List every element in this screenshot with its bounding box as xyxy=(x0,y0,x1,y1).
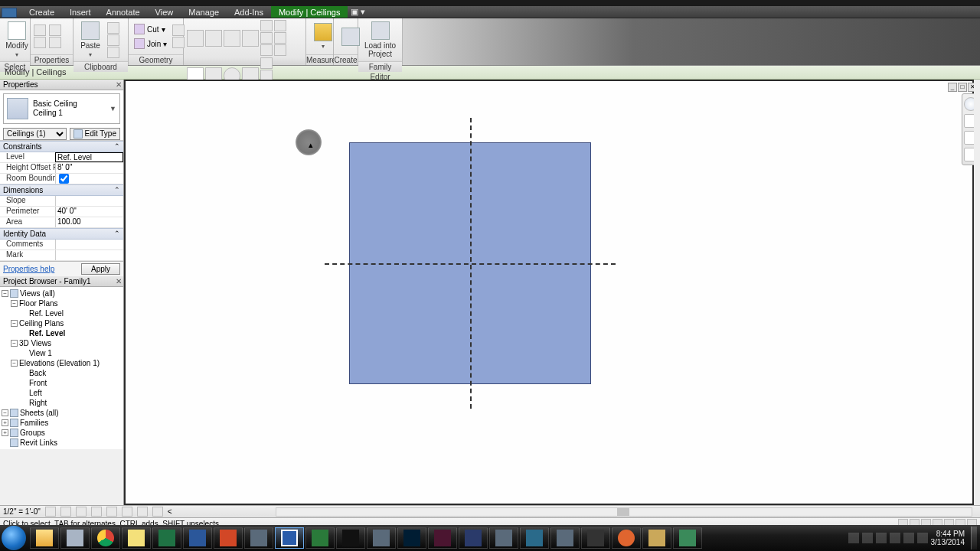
cut-clipboard-button[interactable] xyxy=(107,22,119,34)
tree-node-fp-ref[interactable]: Ref. Level xyxy=(2,308,123,318)
visual-style-button[interactable] xyxy=(60,507,71,517)
ribbon-tab-annotate[interactable]: Annotate xyxy=(99,6,148,18)
taskbar-app-7[interactable] xyxy=(489,527,518,549)
tree-toggle-icon[interactable]: − xyxy=(2,409,8,416)
project-browser-close-icon[interactable]: ✕ xyxy=(116,276,122,286)
prop-group-constraints[interactable]: Constraints⌃ xyxy=(0,141,123,152)
scale-selector[interactable]: 1/2" = 1'-0" xyxy=(3,507,41,516)
collapse-icon[interactable]: ⌃ xyxy=(114,142,120,150)
prop-row-area[interactable]: Area100.00 xyxy=(0,217,123,228)
app-menu-button[interactable] xyxy=(2,8,17,18)
hide-isolate-button[interactable] xyxy=(137,507,148,517)
drawing-area[interactable]: ▴ _ □ ✕ xyxy=(124,80,980,505)
tray-icon[interactable] xyxy=(862,533,873,543)
mod-sm-6[interactable] xyxy=(274,44,286,56)
tray-icon[interactable] xyxy=(903,533,914,543)
geometry-cut-button[interactable]: Cut ▾ xyxy=(132,23,169,35)
taskbar-app-2[interactable] xyxy=(244,527,273,549)
ribbon-tab-create[interactable]: Create xyxy=(21,6,62,18)
taskbar-app-5[interactable] xyxy=(367,527,396,549)
prop-group-dimensions[interactable]: Dimensions⌃ xyxy=(0,184,123,196)
geom-extra-1[interactable] xyxy=(172,24,185,36)
load-into-project-button[interactable]: Load into Project xyxy=(361,20,399,60)
taskbar-excel[interactable] xyxy=(152,527,181,549)
prop-row-perimeter[interactable]: Perimeter40' 0" xyxy=(0,207,123,217)
reference-plane-vertical[interactable] xyxy=(470,118,472,409)
tree-node-front[interactable]: Front xyxy=(2,378,123,388)
type-selector[interactable]: Basic Ceiling Ceiling 1 ▼ xyxy=(3,93,120,124)
taskbar-app-6[interactable] xyxy=(459,527,488,549)
tree-node-families[interactable]: +Families xyxy=(2,418,123,428)
ribbon-tab-view[interactable]: View xyxy=(148,6,181,18)
detail-level-button[interactable] xyxy=(45,507,56,517)
prop-row-slope[interactable]: Slope xyxy=(0,196,123,207)
view-min-button[interactable]: _ xyxy=(948,83,957,92)
properties-help-link[interactable]: Properties help xyxy=(3,265,54,273)
tray-icon[interactable] xyxy=(848,533,859,543)
mod-sm-5[interactable] xyxy=(274,32,286,44)
tree-node-links[interactable]: Revit Links xyxy=(2,438,123,448)
prop-value[interactable]: 40' 0" xyxy=(55,207,123,217)
tray-icon[interactable] xyxy=(876,533,887,543)
tree-node-3d-views[interactable]: −3D Views xyxy=(2,338,123,348)
prop-row-room-bounding[interactable]: Room Bounding xyxy=(0,174,123,184)
mod-sm-2[interactable] xyxy=(260,32,273,44)
prop-row-height-offset[interactable]: Height Offset F...8' 0" xyxy=(0,163,123,174)
taskbar-app-4[interactable] xyxy=(336,527,365,549)
tree-node-elevations[interactable]: −Elevations (Elevation 1) xyxy=(2,358,123,368)
tree-toggle-icon[interactable]: − xyxy=(11,320,18,327)
properties-palette-header[interactable]: Properties✕ xyxy=(0,80,123,90)
properties-button-1[interactable] xyxy=(34,24,46,36)
taskbar-app-11[interactable] xyxy=(612,527,641,549)
ribbon-tab-extra[interactable]: ▣ ▾ xyxy=(348,5,368,18)
prop-row-mark[interactable]: Mark xyxy=(0,250,123,261)
properties-button-3[interactable] xyxy=(34,37,46,48)
tree-node-ceiling-plans[interactable]: −Ceiling Plans xyxy=(2,318,123,328)
taskbar-app-13[interactable] xyxy=(673,527,702,549)
offset-button[interactable] xyxy=(205,30,222,47)
tree-toggle-icon[interactable]: − xyxy=(11,360,18,367)
matchtype-button[interactable] xyxy=(107,47,119,58)
sun-path-button[interactable] xyxy=(76,507,87,517)
prop-row-comments[interactable]: Comments xyxy=(0,240,123,250)
prop-value[interactable]: 8' 0" xyxy=(55,163,123,173)
room-bounding-checkbox[interactable] xyxy=(59,174,69,184)
tree-node-cp-ref[interactable]: Ref. Level xyxy=(2,328,123,338)
start-button[interactable] xyxy=(2,526,26,550)
shadows-button[interactable] xyxy=(91,507,102,517)
prop-value[interactable]: 100.00 xyxy=(55,217,123,227)
taskbar-app-1[interactable] xyxy=(60,527,90,549)
ribbon-tab-addins[interactable]: Add-Ins xyxy=(227,6,271,18)
taskbar-indesign[interactable] xyxy=(428,527,457,549)
properties-filter-dropdown[interactable]: Ceilings (1) xyxy=(3,128,67,140)
taskbar-chrome[interactable] xyxy=(91,527,120,549)
ribbon-tab-modify-ceilings[interactable]: Modify | Ceilings xyxy=(271,6,348,18)
project-browser-header[interactable]: Project Browser - Family1✕ xyxy=(0,276,123,287)
properties-button-4[interactable] xyxy=(49,37,61,48)
show-desktop-button[interactable] xyxy=(971,527,977,549)
prop-value[interactable] xyxy=(55,174,123,184)
tree-toggle-icon[interactable]: + xyxy=(2,419,8,426)
taskbar-word[interactable] xyxy=(183,527,212,549)
view-max-button[interactable]: □ xyxy=(958,83,967,92)
mod-sm-3[interactable] xyxy=(260,44,273,56)
properties-close-icon[interactable]: ✕ xyxy=(116,80,122,90)
reveal-hidden-button[interactable] xyxy=(152,507,163,517)
collapse-icon[interactable]: ⌃ xyxy=(114,186,120,194)
tree-node-right[interactable]: Right xyxy=(2,398,123,408)
tree-toggle-icon[interactable]: − xyxy=(2,290,8,297)
tree-node-floor-plans[interactable]: −Floor Plans xyxy=(2,298,123,308)
taskbar-powerpoint[interactable] xyxy=(214,527,243,549)
viewport[interactable]: ▴ xyxy=(126,81,972,504)
tray-icon[interactable] xyxy=(890,533,900,543)
prop-value-level[interactable]: Ref. Level xyxy=(55,152,123,162)
align-button[interactable] xyxy=(187,30,204,47)
splitelem-button[interactable] xyxy=(242,30,259,47)
taskbar-clock[interactable]: 8:44 PM 3/13/2014 xyxy=(931,530,965,546)
tree-node-back[interactable]: Back xyxy=(2,368,123,378)
tree-toggle-icon[interactable]: − xyxy=(11,340,18,347)
prop-value[interactable] xyxy=(55,240,123,249)
ribbon-tab-insert[interactable]: Insert xyxy=(62,6,99,18)
apply-button[interactable]: Apply xyxy=(81,263,120,275)
prop-group-identity[interactable]: Identity Data⌃ xyxy=(0,228,123,240)
